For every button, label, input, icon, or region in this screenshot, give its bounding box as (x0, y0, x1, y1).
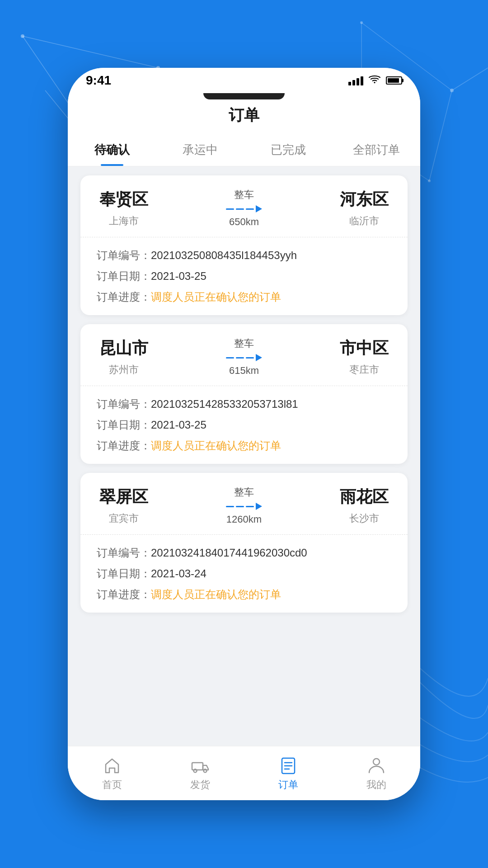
order-details: 订单编号： 202103250808435l184453yyh 订单日期： 20… (80, 237, 408, 315)
route-section: 奉贤区 上海市 整车 650km (80, 175, 408, 237)
svg-rect-20 (192, 763, 203, 770)
from-location: 昆山市 苏州市 (97, 337, 151, 377)
order-number-row: 订单编号： 20210324184017441962030cd0 (97, 546, 391, 560)
signal-icon (348, 75, 363, 85)
svg-point-22 (203, 769, 206, 772)
phone-frame: 9:41 订单 待确认 (68, 68, 420, 800)
notch-area (68, 93, 420, 98)
order-progress-row: 订单进度： 调度人员正在确认您的订单 (97, 290, 391, 304)
order-progress-row: 订单进度： 调度人员正在确认您的订单 (97, 439, 391, 453)
page-title: 订单 (68, 105, 420, 126)
order-card[interactable]: 昆山市 苏州市 整车 615km (80, 324, 408, 464)
order-date-row: 订单日期： 2021-03-24 (97, 566, 391, 581)
route-arrow-icon (226, 205, 262, 212)
from-location: 奉贤区 上海市 (97, 189, 151, 228)
order-icon (278, 755, 298, 775)
svg-point-17 (360, 21, 363, 24)
to-location: 雨花区 长沙市 (337, 486, 391, 525)
svg-line-12 (429, 90, 452, 181)
app-header: 订单 待确认 承运中 已完成 全部订单 (68, 98, 420, 166)
order-date-row: 订单日期： 2021-03-25 (97, 269, 391, 283)
route-info: 整车 650km (151, 188, 337, 228)
route-section: 翠屏区 宜宾市 整车 1260km (80, 473, 408, 535)
route-arrow-icon (226, 354, 262, 361)
tab-transporting[interactable]: 承运中 (156, 135, 244, 166)
order-date-row: 订单日期： 2021-03-25 (97, 418, 391, 432)
to-location: 市中区 枣庄市 (337, 337, 391, 377)
to-location: 河东区 临沂市 (337, 189, 391, 228)
status-icons (348, 74, 402, 87)
svg-point-9 (21, 34, 24, 38)
status-time: 9:41 (86, 73, 111, 88)
order-details: 订单编号： 20210324184017441962030cd0 订单日期： 2… (80, 535, 408, 613)
svg-line-2 (23, 36, 158, 68)
wifi-icon (369, 74, 380, 87)
nav-ship[interactable]: 发货 (178, 755, 223, 792)
battery-icon (386, 76, 402, 85)
from-location: 翠屏区 宜宾市 (97, 486, 151, 525)
tab-completed[interactable]: 已完成 (244, 135, 332, 166)
truck-icon (190, 755, 210, 775)
svg-point-27 (373, 759, 380, 765)
route-info: 整车 1260km (151, 486, 337, 525)
svg-point-21 (193, 769, 197, 772)
svg-point-18 (428, 179, 431, 182)
profile-icon (366, 755, 386, 775)
tab-pending[interactable]: 待确认 (68, 135, 156, 166)
svg-point-19 (374, 82, 375, 83)
order-card[interactable]: 翠屏区 宜宾市 整车 1260km (80, 473, 408, 613)
svg-line-15 (452, 68, 488, 90)
order-number-row: 订单编号： 202103250808435l184453yyh (97, 248, 391, 263)
route-section: 昆山市 苏州市 整车 615km (80, 324, 408, 386)
tab-all[interactable]: 全部订单 (332, 135, 420, 166)
nav-mine[interactable]: 我的 (354, 755, 399, 792)
nav-order[interactable]: 订单 (266, 755, 311, 792)
nav-home[interactable]: 首页 (89, 755, 135, 792)
tabs-container: 待确认 承运中 已完成 全部订单 (68, 135, 420, 166)
svg-point-16 (450, 89, 454, 92)
orders-list: 奉贤区 上海市 整车 650km (68, 166, 420, 746)
order-progress-row: 订单进度： 调度人员正在确认您的订单 (97, 587, 391, 602)
route-arrow-icon (226, 503, 262, 510)
order-card[interactable]: 奉贤区 上海市 整车 650km (80, 175, 408, 315)
home-icon (102, 755, 122, 775)
route-info: 整车 615km (151, 337, 337, 377)
order-number-row: 订单编号： 2021032514285332053713l81 (97, 397, 391, 411)
order-details: 订单编号： 2021032514285332053713l81 订单日期： 20… (80, 386, 408, 464)
bottom-navigation: 首页 发货 订单 (68, 746, 420, 800)
status-bar: 9:41 (68, 68, 420, 93)
